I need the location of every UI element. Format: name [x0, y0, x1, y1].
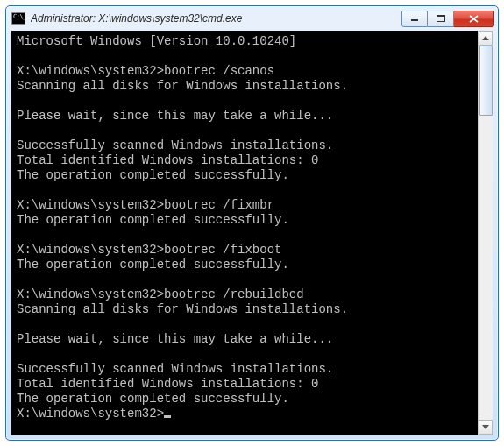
chevron-up-icon: [482, 36, 489, 40]
chevron-down-icon: [482, 425, 489, 429]
maximize-icon: [437, 15, 445, 22]
window-controls: [401, 11, 494, 27]
current-prompt[interactable]: X:\windows\system32>: [17, 407, 164, 421]
close-icon: [469, 15, 479, 23]
svg-rect-0: [411, 19, 418, 21]
maximize-button[interactable]: [428, 11, 454, 27]
minimize-icon: [410, 15, 419, 22]
svg-rect-2: [437, 15, 445, 17]
scroll-thumb[interactable]: [479, 46, 493, 116]
client-area: Microsoft Windows [Version 10.0.10240] X…: [11, 31, 493, 435]
minimize-button[interactable]: [401, 11, 428, 27]
terminal-output[interactable]: Microsoft Windows [Version 10.0.10240] X…: [11, 31, 478, 435]
vertical-scrollbar[interactable]: [478, 31, 493, 435]
scroll-up-button[interactable]: [479, 31, 493, 46]
close-button[interactable]: [454, 11, 494, 27]
cmd-window: Administrator: X:\windows\system32\cmd.e…: [5, 5, 499, 441]
cmd-icon: [11, 12, 25, 25]
window-title: Administrator: X:\windows\system32\cmd.e…: [31, 12, 396, 25]
titlebar[interactable]: Administrator: X:\windows\system32\cmd.e…: [6, 6, 498, 31]
scroll-down-button[interactable]: [479, 420, 493, 435]
text-cursor: [164, 415, 171, 418]
